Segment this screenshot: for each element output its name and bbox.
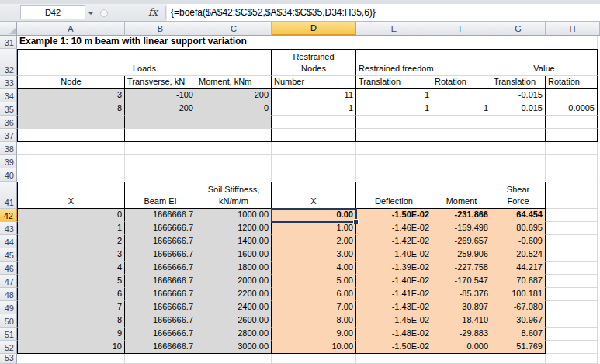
cell-H52[interactable] <box>546 341 598 354</box>
cell-B44[interactable]: 1666666.7 <box>125 235 196 248</box>
cell-D35[interactable]: 1 <box>272 102 356 116</box>
cell-D37[interactable] <box>272 129 356 142</box>
cell-E32[interactable]: Restrained freedom <box>356 49 491 76</box>
cell-C49[interactable]: 2400.00 <box>196 301 272 314</box>
row-header-37[interactable]: 37 <box>0 129 17 142</box>
cell-F48[interactable]: -85.376 <box>432 288 491 301</box>
cell-A49[interactable]: 7 <box>17 301 125 314</box>
row-header-44[interactable]: 44 <box>0 235 17 248</box>
cell-H36[interactable] <box>546 116 598 129</box>
cell-D50[interactable]: 8.00 <box>272 314 356 328</box>
col-header-B[interactable]: B <box>125 22 196 36</box>
cell-H44[interactable] <box>546 235 598 248</box>
cell-H53[interactable] <box>546 354 598 364</box>
cell-D34[interactable]: 11 <box>272 89 356 102</box>
cell-D48[interactable]: 6.00 <box>272 288 356 301</box>
cell-B34[interactable]: -100 <box>125 89 196 102</box>
cell-B43[interactable]: 1666666.7 <box>125 222 196 235</box>
cell-F43[interactable]: -159.498 <box>432 222 491 235</box>
cell-D41[interactable]: X <box>272 182 356 209</box>
cell-H47[interactable] <box>546 275 598 288</box>
cell-F53[interactable] <box>432 354 491 364</box>
cell-G42[interactable]: 64.454 <box>491 209 546 222</box>
cell-D52[interactable]: 10.00 <box>272 341 356 354</box>
cell-F40[interactable] <box>432 168 491 182</box>
cell-D39[interactable] <box>272 155 356 168</box>
cell-B52[interactable]: 1666666.7 <box>125 341 196 354</box>
cell-C45[interactable]: 1600.00 <box>196 248 272 262</box>
fill-handle[interactable] <box>353 219 359 224</box>
cell-E46[interactable]: -1.39E-02 <box>356 262 432 275</box>
cell-D49[interactable]: 7.00 <box>272 301 356 314</box>
cell-D47[interactable]: 5.00 <box>272 275 356 288</box>
cell-H48[interactable] <box>546 288 598 301</box>
col-header-F[interactable]: F <box>432 22 491 36</box>
cell-H46[interactable] <box>546 262 598 275</box>
cell-G33[interactable]: Translation <box>491 76 546 89</box>
cell-C46[interactable]: 1800.00 <box>196 262 272 275</box>
row-header-34[interactable]: 34 <box>0 89 17 102</box>
cell-G40[interactable] <box>491 168 546 182</box>
cell-E47[interactable]: -1.40E-02 <box>356 275 432 288</box>
cell-G53[interactable] <box>491 354 546 364</box>
cell-F50[interactable]: -18.410 <box>432 314 491 328</box>
cell-E40[interactable] <box>356 168 432 182</box>
cell-H35[interactable]: 0.0005 <box>546 102 598 116</box>
row-header-35[interactable]: 35 <box>0 102 17 116</box>
cell-A37[interactable] <box>17 129 125 142</box>
cell-B37[interactable] <box>125 129 196 142</box>
cell-D32[interactable]: Restrained Nodes <box>272 49 356 76</box>
cell-C51[interactable]: 2800.00 <box>196 328 272 341</box>
cell-C40[interactable] <box>196 168 272 182</box>
cell-B51[interactable]: 1666666.7 <box>125 328 196 341</box>
cell-H43[interactable] <box>546 222 598 235</box>
cell-B36[interactable] <box>125 116 196 129</box>
cell-H37[interactable] <box>546 129 598 142</box>
cell-G32[interactable]: Value <box>491 49 598 76</box>
cell-E34[interactable]: 1 <box>356 89 432 102</box>
col-header-E[interactable]: E <box>356 22 432 36</box>
cell-H41[interactable] <box>546 182 598 209</box>
cell-H42[interactable] <box>546 209 598 222</box>
cell-E41[interactable]: Deflection <box>356 182 432 209</box>
cell-E33[interactable]: Translation <box>356 76 432 89</box>
cell-E43[interactable]: -1.46E-02 <box>356 222 432 235</box>
cell-C50[interactable]: 2600.00 <box>196 314 272 328</box>
cell-A36[interactable] <box>17 116 125 129</box>
cell-B49[interactable]: 1666666.7 <box>125 301 196 314</box>
cell-G39[interactable] <box>491 155 546 168</box>
cell-A41[interactable]: X <box>17 182 125 209</box>
cell-A52[interactable]: 10 <box>17 341 125 354</box>
formula-input[interactable]: {=boefa($A$42:$C$52,$A$34:$C$35,D34:H35,… <box>167 4 600 21</box>
cell-E36[interactable] <box>356 116 432 129</box>
cell-D36[interactable] <box>272 116 356 129</box>
cell-B38[interactable] <box>125 142 196 155</box>
cell-H40[interactable] <box>546 168 598 182</box>
cell-H34[interactable] <box>546 89 598 102</box>
cell-A39[interactable] <box>17 155 125 168</box>
col-header-A[interactable]: A <box>17 22 125 36</box>
cell-F34[interactable] <box>432 89 491 102</box>
cell-D53[interactable] <box>272 354 356 364</box>
cell-G48[interactable]: 100.181 <box>491 288 546 301</box>
col-header-D[interactable]: D <box>272 22 356 36</box>
cell-E39[interactable] <box>356 155 432 168</box>
name-box-dropdown-icon[interactable] <box>88 12 94 15</box>
cell-A34[interactable]: 3 <box>17 89 125 102</box>
cell-D44[interactable]: 2.00 <box>272 235 356 248</box>
cell-C43[interactable]: 1200.00 <box>196 222 272 235</box>
cell-F41[interactable]: Moment <box>432 182 491 209</box>
cell-A44[interactable]: 2 <box>17 235 125 248</box>
cell-E44[interactable]: -1.42E-02 <box>356 235 432 248</box>
cell-G37[interactable] <box>491 129 546 142</box>
row-header-36[interactable]: 36 <box>0 116 17 129</box>
row-header-32[interactable]: 32 <box>0 49 17 76</box>
cell-A42[interactable]: 0 <box>17 209 125 222</box>
cell-A51[interactable]: 9 <box>17 328 125 341</box>
cell-G49[interactable]: -67.080 <box>491 301 546 314</box>
cell-G38[interactable] <box>491 142 546 155</box>
cell-B53[interactable] <box>125 354 196 364</box>
cell-G47[interactable]: 70.687 <box>491 275 546 288</box>
cell-D40[interactable] <box>272 168 356 182</box>
cell-F36[interactable] <box>432 116 491 129</box>
